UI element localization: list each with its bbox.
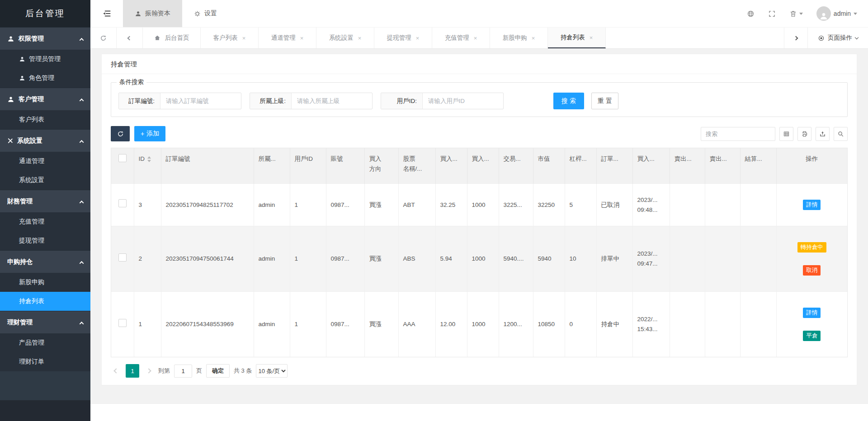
toggle-columns-button[interactable] — [779, 127, 793, 141]
magnifier-icon — [837, 131, 844, 137]
parent-input[interactable] — [292, 93, 372, 109]
sidebar-item-channel-management[interactable]: 通道管理 — [0, 152, 90, 171]
add-button[interactable]: + 添加 — [134, 126, 165, 141]
tab-channel-management[interactable]: 通道管理 × — [259, 28, 316, 48]
columns-grid-icon — [783, 131, 790, 137]
sidebar-item-position-list[interactable]: 持倉列表 — [0, 292, 90, 311]
goto-page-input[interactable] — [174, 365, 192, 378]
column-user-id: 用戶ID — [290, 148, 326, 184]
sidebar-item-recharge-management[interactable]: 充值管理 — [0, 212, 90, 231]
row-checkbox[interactable] — [118, 253, 127, 262]
expand-icon — [768, 10, 776, 18]
sidebar-item-system-settings[interactable]: 系统設置 — [0, 171, 90, 190]
dot-circle-icon — [818, 35, 825, 42]
workspace-tab-company[interactable]: 振翰资本 — [123, 0, 182, 27]
tab-home[interactable]: 后台首页 — [143, 28, 201, 48]
sidebar-group-system[interactable]: 系统設置 — [0, 129, 90, 152]
item-label: 新股申购 — [19, 278, 44, 286]
workspace-tab-settings[interactable]: 设置 — [182, 0, 229, 27]
sidebar-group-permissions[interactable]: 权限管理 — [0, 27, 90, 50]
user-menu[interactable]: admin — [816, 6, 857, 21]
export-button[interactable] — [816, 127, 830, 141]
fullscreen-button[interactable] — [768, 10, 776, 18]
sidebar-item-wealth-orders[interactable]: 理财订单 — [0, 352, 90, 371]
tab-customer-list[interactable]: 客户列表 × — [201, 28, 259, 48]
tab-label: 提现管理 — [387, 34, 411, 42]
close-icon[interactable]: × — [474, 35, 477, 42]
chevron-up-icon — [80, 35, 83, 42]
export-icon — [819, 131, 826, 137]
sidebar-item-product-management[interactable]: 产品管理 — [0, 333, 90, 352]
confirm-page-button[interactable]: 确定 — [206, 364, 230, 378]
close-icon[interactable]: × — [590, 34, 593, 41]
table-toolbar: + 添加 — [111, 126, 848, 141]
close-icon[interactable]: × — [300, 35, 304, 42]
refresh-tabs-button[interactable] — [90, 28, 117, 48]
column-order-status: 訂單... — [596, 148, 632, 184]
sidebar-group-ipo-positions[interactable]: 申购持仓 — [0, 250, 90, 273]
page-size-select[interactable]: 10 条/页 — [256, 364, 288, 378]
refresh-table-button[interactable] — [111, 126, 130, 141]
column-account: 賬號 — [326, 148, 364, 184]
detail-button[interactable]: 詳情 — [803, 200, 821, 210]
select-all-checkbox[interactable] — [118, 154, 127, 162]
search-button[interactable]: 搜 索 — [553, 93, 584, 109]
sidebar-item-role-management[interactable]: 角色管理 — [0, 69, 90, 88]
collapse-sidebar-button[interactable] — [90, 0, 123, 27]
user-id-field-group: 用戶ID: — [381, 93, 504, 109]
tab-system-settings[interactable]: 系统設置 × — [316, 28, 374, 48]
sidebar-item-admin-management[interactable]: 管理员管理 — [0, 50, 90, 69]
tab-withdraw-management[interactable]: 提现管理 × — [374, 28, 432, 48]
scroll-tabs-left-button[interactable] — [117, 28, 143, 48]
next-page-button[interactable] — [143, 365, 154, 377]
order-no-input[interactable] — [160, 93, 241, 109]
position-management-card: 持倉管理 条件搜索 訂單編號: 所屬上級: 用戶ID: 搜 索 — [101, 54, 857, 385]
close-icon[interactable]: × — [532, 35, 535, 42]
user-id-input[interactable] — [423, 93, 503, 109]
transfer-position-button[interactable]: 轉持倉中 — [797, 242, 826, 253]
sidebar-item-ipo-subscription[interactable]: 新股申购 — [0, 273, 90, 292]
column-order-no: 訂單編號 — [161, 148, 254, 184]
column-direction: 買入 方向 — [364, 148, 398, 184]
close-icon[interactable]: × — [242, 35, 246, 42]
person-icon — [135, 10, 142, 17]
row-checkbox[interactable] — [118, 199, 127, 207]
sidebar-item-withdraw-management[interactable]: 提现管理 — [0, 231, 90, 250]
close-icon[interactable]: × — [358, 35, 362, 42]
page-operations-menu[interactable]: 页面操作 — [807, 28, 868, 48]
item-label: 提现管理 — [19, 237, 44, 245]
detail-button[interactable]: 詳情 — [803, 308, 821, 318]
sidebar-group-customers[interactable]: 客户管理 — [0, 88, 90, 110]
print-button[interactable] — [797, 127, 811, 141]
printer-icon — [801, 131, 808, 137]
close-icon[interactable]: × — [416, 35, 420, 42]
sort-icon[interactable] — [147, 156, 151, 162]
table-search-input[interactable] — [701, 127, 775, 141]
refresh-icon — [117, 131, 124, 137]
reset-button[interactable]: 重 置 — [591, 93, 618, 109]
language-button[interactable] — [747, 10, 755, 18]
clear-cache-button[interactable] — [789, 10, 803, 18]
tab-ipo-subscription[interactable]: 新股申购 × — [490, 28, 548, 48]
main-content: 持倉管理 条件搜索 訂單編號: 所屬上級: 用戶ID: 搜 索 — [90, 49, 868, 403]
scroll-tabs-right-button[interactable] — [784, 28, 807, 48]
home-icon — [154, 35, 160, 41]
zoom-search-button[interactable] — [834, 127, 848, 141]
tab-recharge-management[interactable]: 充值管理 × — [432, 28, 490, 48]
positions-table: ID 訂單編號 所屬... 用戶ID 賬號 買入 方向 股票 名稱/... 買入… — [111, 148, 848, 357]
sidebar-item-customer-list[interactable]: 客户列表 — [0, 110, 90, 129]
close-position-button[interactable]: 平倉 — [803, 331, 821, 341]
table-header-row: ID 訂單編號 所屬... 用戶ID 賬號 買入 方向 股票 名稱/... 買入… — [111, 148, 847, 184]
sidebar-group-wealth[interactable]: 理财管理 — [0, 311, 90, 333]
current-page[interactable]: 1 — [126, 364, 139, 378]
table-row: 3 20230517094825117702 admin 1 0987... 買… — [111, 184, 847, 226]
group-label: 申购持仓 — [7, 258, 33, 266]
tab-position-list[interactable]: 持倉列表 × — [548, 28, 606, 48]
caret-down-icon — [799, 13, 803, 15]
prev-page-button[interactable] — [111, 365, 122, 377]
row-checkbox[interactable] — [118, 319, 127, 327]
item-label: 系统設置 — [19, 176, 44, 184]
globe-icon — [747, 10, 755, 18]
cancel-button[interactable]: 取消 — [803, 265, 821, 276]
sidebar-group-finance[interactable]: 財務管理 — [0, 190, 90, 212]
